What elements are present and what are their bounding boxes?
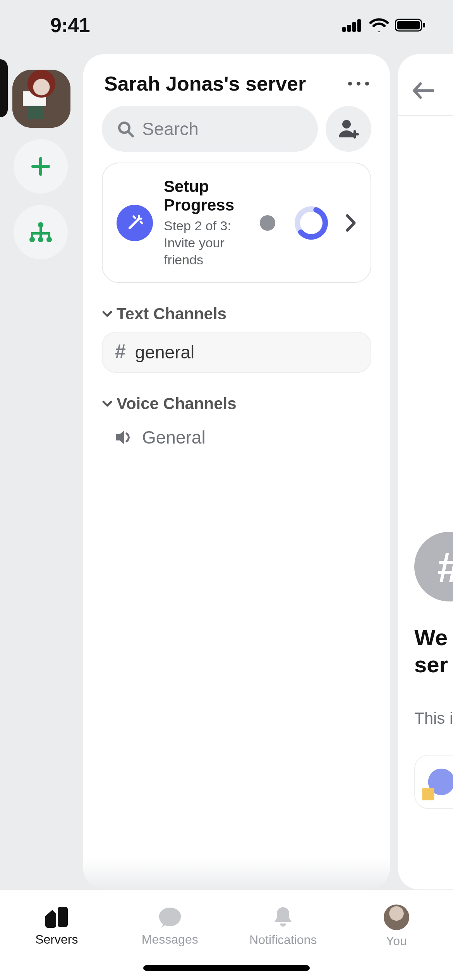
channel-view-header xyxy=(398,66,453,116)
chevron-down-icon xyxy=(102,398,113,409)
hash-icon: # xyxy=(115,340,126,363)
progress-ring xyxy=(293,205,329,241)
invite-button[interactable] xyxy=(326,106,371,152)
voice-channel-general[interactable]: General xyxy=(102,417,371,448)
back-arrow-icon[interactable] xyxy=(412,81,434,100)
search-placeholder: Search xyxy=(142,118,199,139)
text-channels-label: Text Channels xyxy=(117,305,226,323)
server-header: Sarah Jonas's server xyxy=(83,54,390,106)
text-channel-general[interactable]: # general xyxy=(102,332,371,373)
status-bar: 9:41 xyxy=(0,0,453,50)
svg-line-14 xyxy=(130,219,139,228)
voice-channels-header[interactable]: Voice Channels xyxy=(102,394,371,413)
tab-you[interactable]: You xyxy=(340,890,453,962)
server-menu-button[interactable] xyxy=(348,82,369,86)
tab-notifications-label: Notifications xyxy=(249,933,317,947)
invite-friends-card[interactable] xyxy=(414,755,453,809)
chevron-right-icon xyxy=(345,214,357,232)
svg-line-12 xyxy=(129,132,133,136)
person-add-icon xyxy=(337,119,360,139)
server-panel: Sarah Jonas's server Search xyxy=(83,54,390,889)
server-avatar[interactable] xyxy=(12,70,70,128)
svg-point-22 xyxy=(159,908,181,925)
welcome-title: We ser xyxy=(414,624,453,678)
tab-messages[interactable]: Messages xyxy=(113,890,227,962)
text-channel-name: general xyxy=(135,342,194,363)
text-channels-header[interactable]: Text Channels xyxy=(102,305,371,323)
chevron-down-icon xyxy=(102,308,113,319)
svg-rect-2 xyxy=(352,22,356,32)
setup-title: Setup Progress xyxy=(164,177,248,215)
you-avatar-icon xyxy=(384,905,409,930)
voice-channel-name: General xyxy=(142,427,206,448)
status-right xyxy=(342,18,426,32)
text-channels-section: Text Channels # general xyxy=(83,305,390,373)
welcome-subtitle: This i xyxy=(414,709,453,728)
server-title: Sarah Jonas's server xyxy=(104,72,306,95)
voice-channels-section: Voice Channels General xyxy=(83,394,390,448)
svg-rect-21 xyxy=(58,907,68,927)
channel-hash-badge: # xyxy=(414,532,453,601)
discover-button[interactable] xyxy=(14,205,68,259)
tab-notifications[interactable]: Notifications xyxy=(226,890,340,962)
voice-channels-label: Voice Channels xyxy=(117,394,237,413)
hub-icon xyxy=(28,221,53,243)
tab-servers[interactable]: Servers xyxy=(0,890,113,962)
status-time: 9:41 xyxy=(50,14,90,37)
cellular-icon xyxy=(342,19,363,32)
setup-text: Setup Progress Step 2 of 3: Invite your … xyxy=(164,177,248,268)
wand-icon xyxy=(125,213,144,233)
servers-icon xyxy=(44,906,69,929)
add-server-button[interactable] xyxy=(14,139,68,194)
step-dot xyxy=(260,215,275,231)
wand-badge xyxy=(117,205,153,241)
server-rail xyxy=(0,58,81,259)
home-indicator xyxy=(143,965,310,971)
svg-line-18 xyxy=(141,222,142,223)
setup-progress-card[interactable]: Setup Progress Step 2 of 3: Invite your … xyxy=(102,163,371,283)
channel-view[interactable]: # We ser This i xyxy=(398,54,453,889)
svg-line-17 xyxy=(134,216,135,218)
wifi-icon xyxy=(369,18,389,32)
svg-rect-0 xyxy=(342,27,346,32)
battery-icon xyxy=(395,18,426,32)
setup-step: Step 2 of 3: Invite your friends xyxy=(164,217,248,269)
bell-icon xyxy=(272,906,294,929)
svg-point-13 xyxy=(342,120,351,128)
speaker-icon xyxy=(114,429,133,446)
tab-you-label: You xyxy=(386,934,407,948)
svg-rect-1 xyxy=(347,25,351,32)
svg-rect-3 xyxy=(357,19,361,32)
tab-servers-label: Servers xyxy=(35,932,78,947)
svg-rect-5 xyxy=(397,21,420,29)
search-input[interactable]: Search xyxy=(102,106,318,152)
search-icon xyxy=(117,120,134,138)
svg-rect-6 xyxy=(423,23,425,27)
globe-icon xyxy=(423,763,453,800)
plus-icon xyxy=(29,155,52,178)
dm-peek[interactable] xyxy=(0,59,8,117)
tab-messages-label: Messages xyxy=(142,932,198,947)
messages-icon xyxy=(158,906,182,929)
